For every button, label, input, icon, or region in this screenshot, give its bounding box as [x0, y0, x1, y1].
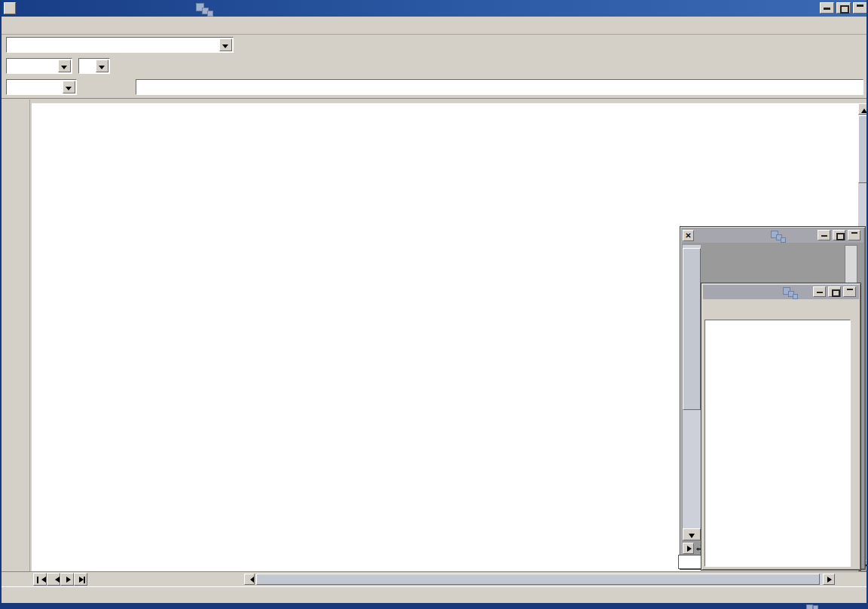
- presentation-styles-minimize-icon[interactable]: [813, 286, 826, 297]
- cell-styles-maximize-icon[interactable]: [833, 230, 845, 240]
- horizontal-scroll-thumb[interactable]: [256, 574, 820, 585]
- main-toolbar: [2, 99, 30, 571]
- url-input[interactable]: [7, 38, 225, 52]
- first-sheet-icon[interactable]: [33, 573, 47, 586]
- cell-styles-close-icon[interactable]: ✕: [683, 230, 694, 241]
- font-name-combobox[interactable]: [6, 58, 72, 74]
- horizontal-scrollbar[interactable]: [256, 574, 836, 585]
- title-bar: [2, 0, 866, 17]
- window-close-icon[interactable]: [4, 2, 16, 14]
- cell-styles-decoration: [771, 229, 796, 241]
- font-size-combobox[interactable]: [78, 58, 110, 74]
- background-scroll-thumb[interactable]: [683, 248, 701, 410]
- presentation-styles-decoration: [783, 286, 808, 298]
- cell-styles-titlebar[interactable]: ✕: [682, 228, 863, 243]
- titlebar-decoration: [196, 2, 222, 14]
- function-toolbar: [2, 35, 866, 57]
- background-scroll-down-icon[interactable]: [683, 528, 701, 540]
- hscroll-left-icon[interactable]: [244, 574, 255, 585]
- background-scroll-right-icon[interactable]: [683, 543, 694, 554]
- scroll-up-icon[interactable]: [858, 103, 868, 115]
- next-sheet-icon[interactable]: [60, 573, 74, 586]
- url-combobox[interactable]: [6, 37, 234, 53]
- cell-styles-shade-icon[interactable]: [848, 230, 860, 240]
- previous-sheet-icon[interactable]: [47, 573, 60, 586]
- frame-decoration: [806, 604, 832, 609]
- object-toolbar: [2, 56, 866, 78]
- shade-icon[interactable]: [853, 2, 867, 14]
- sheet-tab-bar: [2, 571, 866, 587]
- font-size-dropdown-icon[interactable]: [96, 60, 108, 72]
- vertical-scroll-thumb[interactable]: [858, 115, 868, 183]
- cell-reference-dropdown-icon[interactable]: [63, 81, 75, 93]
- hscroll-right-icon[interactable]: [823, 574, 835, 585]
- application-window: ✕: [0, 0, 868, 609]
- cell-reference-box[interactable]: [6, 79, 77, 95]
- font-name-value: [7, 65, 11, 68]
- presentation-styles-titlebar[interactable]: [703, 285, 859, 299]
- presentation-styles-maximize-icon[interactable]: [828, 286, 841, 297]
- menu-bar: [2, 17, 866, 35]
- presentation-styles-shade-icon[interactable]: [843, 286, 856, 297]
- minimize-icon[interactable]: [820, 2, 834, 14]
- url-dropdown-icon[interactable]: [219, 38, 232, 51]
- formula-input[interactable]: [136, 80, 867, 94]
- cell-styles-minimize-icon[interactable]: [818, 230, 830, 240]
- cell-reference-value: [7, 86, 11, 89]
- status-bar: [2, 586, 866, 604]
- formula-bar: [2, 77, 866, 99]
- window-frame-bottom: [2, 603, 866, 609]
- font-size-value: [79, 65, 84, 68]
- styles-list[interactable]: [704, 320, 851, 567]
- formula-input-line[interactable]: [136, 79, 863, 95]
- presentation-styles-window: [701, 283, 861, 571]
- last-sheet-icon[interactable]: [74, 573, 87, 586]
- font-name-dropdown-icon[interactable]: [58, 60, 71, 72]
- maximize-icon[interactable]: [836, 2, 851, 14]
